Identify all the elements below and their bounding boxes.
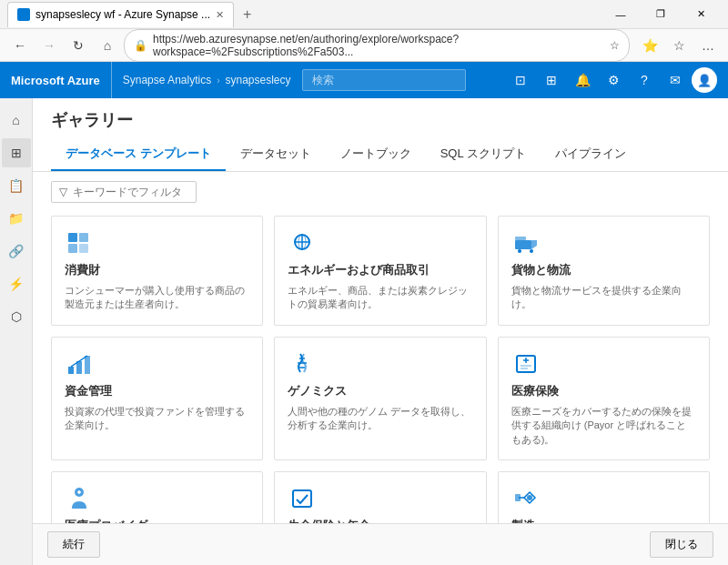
cloud-icon-btn[interactable]: ⊞ [537,66,566,95]
card-fund-management[interactable]: 資金管理 投資家の代理で投資ファンドを管理する企業向け。 [51,337,263,460]
cards-container[interactable]: 消費財 コンシューマーが購入し使用する商品の製造元または生産者向け。 エネルギー… [33,208,728,523]
card-title-consumer: 消費財 [65,262,249,278]
svg-rect-3 [79,244,88,253]
card-desc-energy: エネルギー、商品、または炭素クレジットの貿易業者向け。 [288,284,472,312]
next-button[interactable]: 続行 [47,531,100,558]
svg-rect-0 [68,233,77,242]
card-health-provider[interactable]: 医療プロバイダー 提供する組織向け。 [51,471,263,523]
tab-notebook[interactable]: ノートブック [326,138,426,171]
tab-pipeline[interactable]: パイプライン [541,138,641,171]
svg-point-28 [527,495,532,500]
card-logistics[interactable]: 貨物と物流 貨物と物流サービスを提供する企業向け。 [498,216,710,326]
main-content: ギャラリー データベース テンプレート データセット ノートブック SQL スク… [33,98,728,565]
close-button[interactable]: ✕ [681,0,721,29]
new-tab-button[interactable]: + [238,6,257,23]
card-desc-logistics: 貨物と物流サービスを提供する企業向け。 [511,284,696,312]
filter-bar: ▽ [33,172,728,208]
card-desc-fund: 投資家の代理で投資ファンドを管理する企業向け。 [65,405,249,433]
browser-titlebar: synapseslecy wf - Azure Synapse ... ✕ + … [0,0,728,29]
sidebar-manage-btn[interactable]: ⬡ [2,302,31,331]
sidebar-home-btn[interactable]: ⌂ [2,106,31,135]
sidebar-explore-btn[interactable]: ⊞ [2,138,31,167]
tab-title: synapseslecy wf - Azure Synapse ... [35,8,210,21]
svg-rect-15 [85,356,90,374]
svg-marker-9 [531,240,537,249]
sidebar-data-btn[interactable]: 📋 [2,171,31,200]
search-input[interactable] [302,69,466,91]
card-icon-life-insurance [288,485,317,510]
card-icon-fund [65,350,94,376]
help-icon-btn[interactable]: ? [630,66,659,95]
keyword-filter-input[interactable] [73,186,182,198]
filter-input-container[interactable]: ▽ [51,181,197,203]
card-title-fund: 資金管理 [65,383,249,399]
more-button[interactable]: … [695,33,721,58]
avatar[interactable]: 👤 [692,67,717,93]
card-title-logistics: 貨物と物流 [511,262,696,278]
forward-button[interactable]: → [36,33,62,58]
card-icon-logistics [511,229,541,255]
card-icon-manufacturing [511,485,541,510]
svg-rect-30 [515,494,521,501]
settings-icon-btn[interactable]: ⚙ [599,66,628,95]
azure-navbar: Microsoft Azure Synapse Analytics › syna… [0,62,728,98]
card-health-insurance[interactable]: 医療保険 医療ニーズをカバーするための保険を提供する組織向け (Payor と呼… [498,337,710,460]
browser-actions: ⭐ ☆ … [637,33,721,58]
minimize-button[interactable]: — [601,0,641,29]
browser-tab[interactable]: synapseslecy wf - Azure Synapse ... ✕ [7,2,234,27]
favorites-button[interactable]: ☆ [666,33,692,58]
home-button[interactable]: ⌂ [95,33,120,58]
breadcrumb-item-workspace[interactable]: synapseslecy [225,74,290,86]
tab-database-template[interactable]: データベース テンプレート [51,138,226,171]
card-genomics[interactable]: ゲノミクス 人間や他の種のゲノム データを取得し、分析する企業向け。 [274,337,486,460]
card-icon-energy [288,229,317,255]
svg-point-11 [518,249,521,253]
sidebar-develop-btn[interactable]: 📁 [2,204,31,233]
azure-brand[interactable]: Microsoft Azure [11,62,112,98]
breadcrumb: Synapse Analytics › synapseslecy [112,74,302,86]
card-icon-consumer [65,229,94,255]
star-icon: ☆ [610,39,620,52]
cards-grid: 消費財 コンシューマーが購入し使用する商品の製造元または生産者向け。 エネルギー… [51,216,710,523]
filter-icon: ▽ [59,186,67,198]
chat-icon-btn[interactable]: ⊡ [506,66,535,95]
card-desc-health-insurance: 医療ニーズをカバーするための保険を提供する組織向け (Payor と呼ばれること… [511,405,696,447]
svg-rect-8 [515,240,531,249]
bottom-bar: 続行 閉じる [33,523,728,565]
tab-dataset[interactable]: データセット [226,138,326,171]
card-life-insurance[interactable]: 生命保険と年金 生命保険を提供する企業向け。 [274,471,486,523]
back-button[interactable]: ← [7,33,33,58]
restore-button[interactable]: ❐ [641,0,681,29]
main-layout: ⌂ ⊞ 📋 📁 🔗 ⚡ ⬡ ギャラリー データベース テンプレート データセット… [0,98,728,565]
svg-rect-2 [68,244,77,253]
card-icon-health-insurance [511,350,541,376]
svg-rect-27 [293,490,311,507]
card-desc-consumer: コンシューマーが購入し使用する商品の製造元または生産者向け。 [65,284,249,312]
card-consumer-goods[interactable]: 消費財 コンシューマーが購入し使用する商品の製造元または生産者向け。 [51,216,263,326]
close-button[interactable]: 閉じる [650,531,713,558]
card-title-energy: エネルギーおよび商品取引 [288,262,472,278]
tab-favicon [17,8,30,21]
sidebar-integrate-btn[interactable]: 🔗 [2,237,31,266]
tab-sql-script[interactable]: SQL スクリプト [426,138,541,171]
tabs-bar: データベース テンプレート データセット ノートブック SQL スクリプト パイ… [33,131,728,172]
breadcrumb-item-synapse[interactable]: Synapse Analytics [123,74,211,86]
card-desc-genomics: 人間や他の種のゲノム データを取得し、分析する企業向け。 [288,405,472,433]
tab-close-btn[interactable]: ✕ [216,9,224,21]
sidebar-monitor-btn[interactable]: ⚡ [2,269,31,298]
extensions-button[interactable]: ⭐ [637,33,662,58]
refresh-button[interactable]: ↻ [66,33,91,58]
bell-icon-btn[interactable]: 🔔 [568,66,597,95]
gallery-title: ギャラリー [33,98,728,131]
card-manufacturing[interactable]: 製造 個別に事業を行っている企業向け。 [498,471,710,523]
svg-rect-10 [515,237,526,240]
window-controls: — ❐ ✕ [601,0,721,29]
card-energy[interactable]: エネルギーおよび商品取引 エネルギー、商品、または炭素クレジットの貿易業者向け。 [274,216,486,326]
feedback-icon-btn[interactable]: ✉ [661,66,690,95]
breadcrumb-sep: › [217,76,219,86]
address-bar[interactable]: 🔒 https://web.azuresynapse.net/en/author… [124,29,630,62]
url-text: https://web.azuresynapse.net/en/authorin… [153,33,604,58]
lock-icon: 🔒 [134,39,147,52]
svg-point-12 [530,249,533,253]
sidebar: ⌂ ⊞ 📋 📁 🔗 ⚡ ⬡ [0,98,33,565]
